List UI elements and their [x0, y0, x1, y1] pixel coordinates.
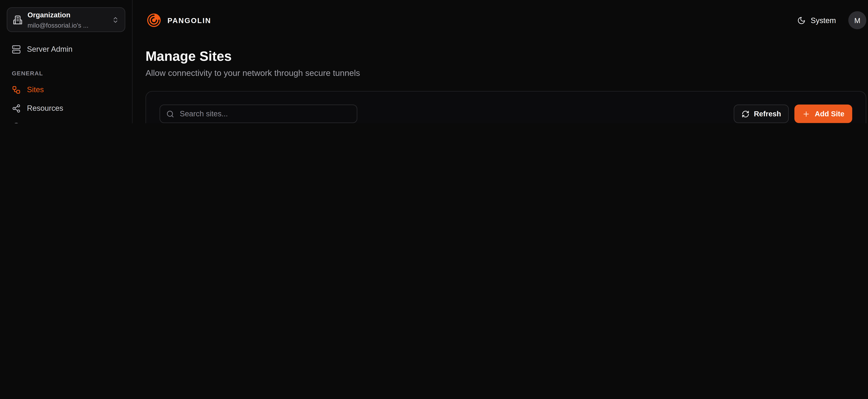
sidebar-item-resources[interactable]: Resources — [7, 99, 125, 118]
theme-label: System — [811, 16, 836, 25]
org-selector-texts: Organization milo@fossorial.io's ... — [28, 9, 107, 30]
brand[interactable]: PANGOLIN — [146, 12, 211, 29]
refresh-button[interactable]: Refresh — [734, 104, 789, 123]
share-icon — [12, 104, 21, 113]
page-subtitle: Allow connectivity to your network throu… — [146, 68, 866, 78]
sidebar-item-domains[interactable]: Domains — [7, 117, 125, 123]
org-selector-value: milo@fossorial.io's ... — [28, 22, 89, 29]
sites-panel: Refresh Add Site Name — [146, 91, 866, 123]
sidebar-item-sites[interactable]: Sites — [7, 81, 125, 99]
panel-toolbar: Refresh Add Site — [159, 104, 852, 123]
building-icon — [13, 15, 22, 25]
pangolin-logo-icon — [146, 12, 162, 29]
page-title: Manage Sites — [146, 48, 866, 64]
sidebar: Organization milo@fossorial.io's ... Ser… — [0, 0, 133, 123]
section-label-general: GENERAL — [12, 70, 120, 76]
server-icon — [12, 44, 21, 54]
app-window: Organization milo@fossorial.io's ... Ser… — [0, 0, 868, 123]
search-box — [159, 104, 357, 123]
main-content: PANGOLIN System M Manage Sites Allow con… — [133, 0, 868, 123]
add-site-label: Add Site — [815, 110, 844, 118]
globe-icon — [12, 122, 21, 123]
refresh-label: Refresh — [754, 110, 781, 118]
sidebar-item-label: Domains — [27, 122, 57, 123]
sidebar-item-label: Resources — [27, 104, 63, 113]
search-icon — [166, 110, 174, 118]
sidebar-nav: Server Admin GENERAL Sites Resources Do — [7, 40, 125, 123]
brand-name: PANGOLIN — [167, 16, 211, 25]
sidebar-item-server-admin[interactable]: Server Admin — [7, 40, 125, 59]
refresh-icon — [741, 110, 749, 118]
add-site-button[interactable]: Add Site — [795, 104, 852, 123]
topbar: PANGOLIN System M — [146, 0, 866, 40]
sidebar-item-label: Sites — [27, 85, 44, 94]
theme-toggle[interactable]: System — [797, 16, 836, 25]
avatar-initial: M — [854, 16, 860, 25]
org-selector[interactable]: Organization milo@fossorial.io's ... — [7, 7, 125, 32]
toolbar-buttons: Refresh Add Site — [734, 104, 852, 123]
chevrons-up-down-icon — [112, 16, 119, 23]
topbar-right: System M — [797, 11, 866, 29]
page-head: Manage Sites Allow connectivity to your … — [146, 48, 866, 78]
org-selector-title: Organization — [28, 11, 70, 19]
plus-icon — [802, 110, 810, 118]
workflow-icon — [12, 85, 21, 94]
avatar[interactable]: M — [848, 11, 866, 29]
moon-icon — [797, 16, 806, 25]
search-input[interactable] — [179, 109, 350, 119]
sidebar-item-label: Server Admin — [27, 45, 72, 54]
